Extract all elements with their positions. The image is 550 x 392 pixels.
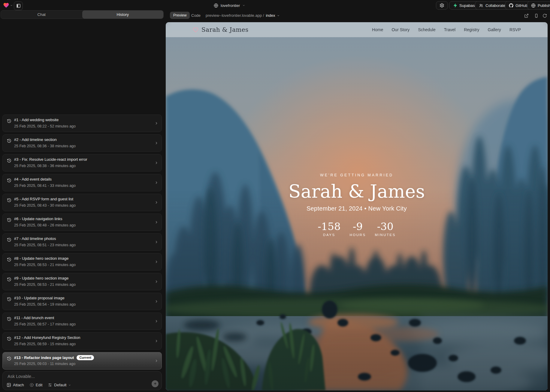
history-item-title: #8 - Update hero section image (14, 256, 68, 261)
chevron-right-icon[interactable] (154, 121, 159, 125)
history-icon (7, 257, 11, 262)
history-icon (7, 139, 11, 143)
app-window: lovefrontier Supabase (0, 0, 550, 392)
publish-button[interactable]: Publish (527, 1, 550, 10)
site-header: Sarah & James Home Our Story Schedule Tr… (166, 22, 548, 37)
chevron-right-icon[interactable] (154, 319, 159, 323)
history-icon (7, 119, 11, 123)
site-brand[interactable]: Sarah & James (193, 26, 249, 33)
history-item[interactable]: #11 - Add brunch event Current 25 Feb 20… (2, 313, 162, 330)
preview-url-page: index (266, 13, 275, 18)
history-item-timestamp: 25 Feb 2025, 08:41 - 33 minutes ago (14, 184, 76, 188)
site-nav-link[interactable]: Gallery (488, 27, 501, 32)
heart-outline-icon (193, 27, 198, 33)
history-item[interactable]: #5 - Add RSVP form and guest list Curren… (2, 194, 162, 211)
site-nav-link[interactable]: Our Story (391, 27, 409, 32)
history-item[interactable]: #1 - Add wedding website Current 25 Feb … (2, 115, 162, 132)
tab-preview[interactable]: Preview (170, 12, 190, 19)
tab-chat[interactable]: Chat (1, 10, 82, 19)
collaborate-button[interactable]: Collaborate (475, 1, 509, 10)
history-item-title: #6 - Update navigation links (14, 217, 62, 221)
chevron-right-icon[interactable] (154, 181, 159, 185)
chevron-down-icon (68, 384, 71, 387)
chevron-right-icon[interactable] (154, 200, 159, 205)
website-preview: Sarah & James Home Our Story Schedule Tr… (166, 22, 548, 391)
site-nav-link[interactable]: Travel (444, 27, 455, 32)
mode-selector[interactable]: Default (48, 383, 71, 387)
mobile-view-icon[interactable] (534, 13, 539, 18)
tab-history[interactable]: History (82, 10, 164, 19)
history-item-title: #7 - Add timeline photos (14, 236, 56, 241)
refresh-icon[interactable] (542, 13, 547, 18)
github-label: GitHub (515, 3, 527, 8)
history-list: #1 - Add wedding website Current 25 Feb … (2, 115, 162, 370)
history-item[interactable]: #13 - Refactor index page layout Current… (2, 352, 162, 370)
history-icon (7, 178, 11, 183)
history-icon (7, 317, 11, 321)
history-icon (7, 198, 11, 202)
history-icon (7, 158, 11, 163)
history-item-timestamp: 25 Feb 2025, 08:51 - 23 minutes ago (14, 243, 76, 247)
countdown-label: HOURS (350, 233, 366, 237)
ask-lovable-input[interactable] (7, 374, 146, 379)
history-item-title: #9 - Update hero section image (14, 276, 68, 280)
chevron-right-icon[interactable] (154, 260, 159, 264)
chevron-right-icon[interactable] (154, 339, 159, 343)
send-button[interactable] (152, 380, 159, 387)
history-item[interactable]: #2 - Add timeline section Current 25 Feb… (2, 134, 162, 152)
chevron-right-icon[interactable] (154, 220, 159, 224)
history-icon (7, 337, 11, 341)
countdown-value: -9 (353, 221, 363, 232)
toggle-sidebar-button[interactable] (14, 1, 23, 10)
site-nav-link[interactable]: Home (372, 27, 383, 32)
project-selector[interactable]: lovefrontier (214, 0, 245, 11)
edit-button[interactable]: Edit (29, 383, 42, 387)
site-brand-text: Sarah & James (201, 26, 249, 33)
history-item[interactable]: #9 - Update hero section image Current 2… (2, 273, 162, 290)
history-item[interactable]: #7 - Add timeline photos Current 25 Feb … (2, 233, 162, 251)
tab-code[interactable]: Code (191, 13, 201, 18)
supabase-icon (453, 3, 457, 7)
hero-subtitle: September 21, 2024 • New York City (307, 205, 407, 212)
history-item-timestamp: 25 Feb 2025, 08:36 - 38 minutes ago (14, 144, 76, 148)
open-in-new-tab-icon[interactable] (524, 13, 529, 18)
publish-label: Publish (538, 3, 550, 8)
collaborate-label: Collaborate (485, 3, 506, 8)
history-item-timestamp: 25 Feb 2025, 08:22 - 52 minutes ago (14, 124, 76, 128)
chevron-right-icon[interactable] (154, 280, 159, 284)
chevron-right-icon[interactable] (154, 161, 159, 165)
sliders-icon (48, 383, 52, 387)
history-item[interactable]: #6 - Update navigation links Current 25 … (2, 214, 162, 231)
history-item-title: #13 - Refactor index page layout (14, 355, 74, 360)
history-item-timestamp: 25 Feb 2025, 08:53 - 21 minutes ago (14, 263, 76, 267)
chevron-right-icon[interactable] (154, 299, 159, 304)
site-nav-link[interactable]: RSVP (509, 27, 521, 32)
lovable-logo-icon[interactable] (3, 2, 9, 8)
chevron-right-icon[interactable] (154, 240, 159, 244)
chevron-down-icon[interactable] (10, 4, 13, 7)
site-nav: Home Our Story Schedule Travel Registry … (372, 27, 521, 32)
history-item-timestamp: 25 Feb 2025, 08:57 - 17 minutes ago (14, 322, 76, 326)
chevron-right-icon[interactable] (154, 359, 159, 363)
chevron-right-icon[interactable] (154, 141, 159, 145)
countdown-value: -30 (377, 221, 394, 232)
history-item-title: #2 - Add timeline section (14, 137, 57, 142)
site-nav-link[interactable]: Registry (464, 27, 479, 32)
attach-button[interactable]: Attach (7, 383, 24, 387)
history-item-title: #3 - Fix: Resolve Lucide-react import er… (14, 157, 87, 162)
gear-icon (440, 3, 444, 8)
history-item[interactable]: #12 - Add Honeyfund Registry Section Cur… (2, 332, 162, 350)
settings-button[interactable] (436, 1, 448, 10)
history-item[interactable]: #4 - Add event details Current 25 Feb 20… (2, 174, 162, 191)
history-item[interactable]: #8 - Update hero section image Current 2… (2, 253, 162, 271)
history-icon (7, 277, 11, 282)
current-badge: Current (77, 355, 94, 360)
history-item[interactable]: #10 - Update proposal image Current 25 F… (2, 293, 162, 310)
countdown: -158 DAYS -9 HOURS -30 MINUTES (318, 221, 396, 237)
preview-url[interactable]: preview--lovefrontier.lovable.app / inde… (206, 13, 280, 18)
mode-label: Default (54, 383, 66, 387)
site-nav-link[interactable]: Schedule (418, 27, 435, 32)
history-item-title: #4 - Add event details (14, 177, 52, 181)
chevron-down-icon (277, 14, 280, 17)
history-item[interactable]: #3 - Fix: Resolve Lucide-react import er… (2, 154, 162, 172)
